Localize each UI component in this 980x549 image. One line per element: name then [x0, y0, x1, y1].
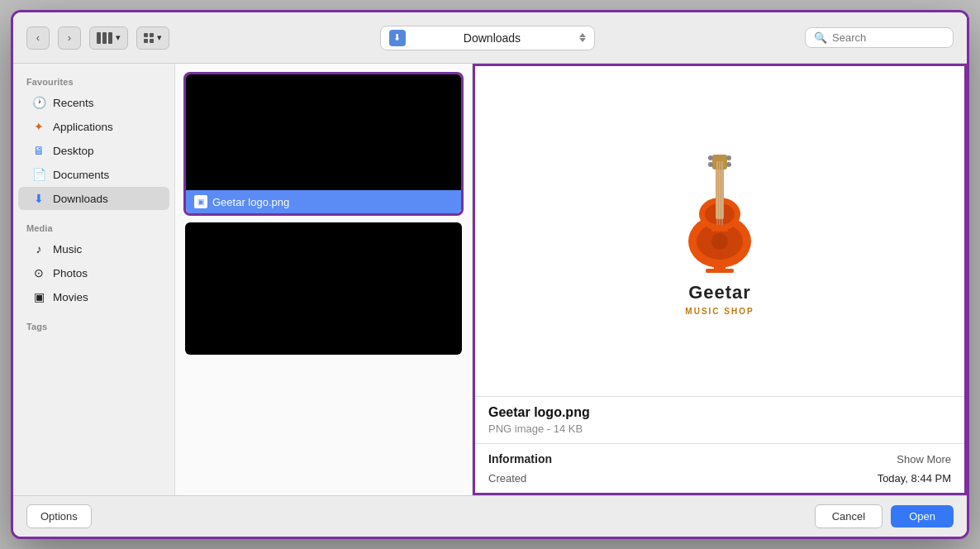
location-folder-icon: ⬇ [389, 30, 406, 46]
file-picker-dialog: ‹ › ▾ ▾ ⬇ Downloads [11, 10, 969, 539]
file-name: Geetar logo.png [212, 196, 289, 208]
guitar-svg [666, 146, 773, 279]
sidebar-item-downloads[interactable]: ⬇ Downloads [18, 187, 169, 210]
svg-point-10 [726, 155, 731, 160]
sidebar-item-documents[interactable]: 📄 Documents [18, 163, 169, 186]
search-input[interactable] [832, 31, 940, 44]
guitar-brand-text: Geetar [688, 282, 751, 303]
sidebar-item-label: Photos [53, 267, 88, 279]
preview-file-name: Geetar logo.png [488, 405, 951, 420]
sidebar-item-label: Music [53, 243, 82, 255]
file-name-bar: ▣ Geetar logo.png [186, 190, 461, 213]
applications-icon: ✦ [31, 119, 46, 134]
favourites-section-label: Favourites [13, 72, 174, 90]
downloads-icon: ⬇ [31, 191, 46, 206]
recents-icon: 🕐 [31, 95, 46, 110]
footer-right: Cancel Open [815, 504, 954, 528]
media-section-label: Media [13, 218, 174, 236]
show-more-button[interactable]: Show More [897, 453, 951, 465]
footer: Options Cancel Open [13, 495, 967, 537]
file-thumbnail-top [186, 74, 461, 190]
svg-point-9 [708, 162, 713, 167]
options-button[interactable]: Options [26, 504, 92, 528]
columns-icon [97, 32, 112, 44]
sidebar-item-desktop[interactable]: 🖥 Desktop [18, 139, 169, 162]
sidebar-item-photos[interactable]: ⊙ Photos [18, 261, 169, 284]
tags-section-label: Tags [13, 317, 174, 335]
svg-point-2 [711, 233, 728, 250]
guitar-sub-text: MUSIC SHOP [685, 307, 754, 316]
movies-icon: ▣ [31, 289, 46, 304]
sidebar: Favourites 🕐 Recents ✦ Applications 🖥 De… [13, 64, 175, 495]
info-section: Information Show More [475, 443, 964, 469]
sidebar-item-label: Applications [53, 121, 113, 133]
sidebar-item-music[interactable]: ♪ Music [18, 237, 169, 260]
location-bar: ⬇ Downloads [178, 26, 797, 50]
sidebar-item-label: Recents [53, 97, 94, 109]
back-button[interactable]: ‹ [26, 26, 50, 50]
grid-dropdown-arrow: ▾ [157, 32, 162, 43]
view-columns-button[interactable]: ▾ [89, 26, 128, 50]
open-button[interactable]: Open [891, 505, 954, 528]
file-list: ▣ Geetar logo.png [175, 64, 473, 495]
sidebar-item-recents[interactable]: 🕐 Recents [18, 91, 169, 114]
preview-file-meta: PNG image - 14 KB [488, 422, 951, 435]
forward-button[interactable]: › [58, 26, 81, 50]
toolbar: ‹ › ▾ ▾ ⬇ Downloads [13, 12, 967, 64]
created-key: Created [488, 472, 526, 485]
dialog-body: Favourites 🕐 Recents ✦ Applications 🖥 De… [13, 64, 967, 495]
sidebar-item-label: Desktop [53, 145, 94, 157]
svg-point-8 [708, 155, 713, 160]
created-value: Today, 8:44 PM [878, 472, 951, 485]
file-type-icon: ▣ [194, 195, 207, 208]
main-content: ▣ Geetar logo.png [175, 64, 967, 495]
columns-dropdown-arrow: ▾ [116, 32, 121, 43]
grid-icon [144, 33, 154, 43]
guitar-logo: Geetar MUSIC SHOP [666, 146, 773, 316]
svg-rect-16 [714, 265, 725, 270]
preview-panel: Geetar MUSIC SHOP Geetar logo.png PNG im… [473, 64, 967, 495]
documents-icon: 📄 [31, 167, 46, 182]
view-grid-button[interactable]: ▾ [136, 26, 169, 50]
information-label: Information [488, 452, 552, 465]
sidebar-item-applications[interactable]: ✦ Applications [18, 115, 169, 138]
search-icon: 🔍 [814, 31, 827, 44]
sidebar-item-movies[interactable]: ▣ Movies [18, 285, 169, 308]
preview-image-area: Geetar MUSIC SHOP [475, 66, 964, 396]
file-item-2[interactable] [183, 221, 464, 356]
sidebar-item-label: Downloads [53, 193, 108, 205]
desktop-icon: 🖥 [31, 143, 46, 158]
photos-icon: ⊙ [31, 265, 46, 280]
sidebar-item-label: Documents [53, 169, 109, 181]
file-thumbnail-bottom [185, 222, 462, 355]
created-row: Created Today, 8:44 PM [475, 469, 964, 493]
location-pill[interactable]: ⬇ Downloads [380, 26, 595, 50]
sidebar-item-label: Movies [53, 291, 88, 303]
music-icon: ♪ [31, 241, 46, 256]
file-item-1[interactable]: ▣ Geetar logo.png [183, 72, 464, 216]
svg-point-11 [726, 162, 731, 167]
preview-info: Geetar logo.png PNG image - 14 KB [475, 396, 964, 443]
cancel-button[interactable]: Cancel [815, 504, 882, 528]
location-stepper-icon [579, 33, 586, 42]
location-text: Downloads [412, 31, 573, 45]
search-bar[interactable]: 🔍 [805, 27, 954, 48]
